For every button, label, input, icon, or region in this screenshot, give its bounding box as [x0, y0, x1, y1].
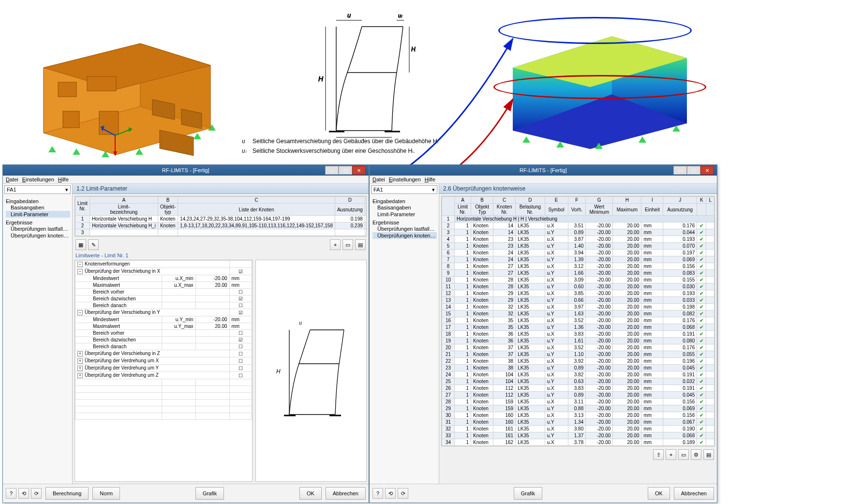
- tool-filter-icon[interactable]: ▤: [703, 449, 714, 460]
- nav-ueberpruefungen-knotenweise[interactable]: Überprüfungen knotenweise: [6, 232, 70, 239]
- table-row[interactable]: 141Knoten32LK35u.X3.97-20.0020.00mm0.198…: [442, 304, 714, 311]
- property-row[interactable]: Bereich danach☐: [75, 302, 252, 309]
- abbrechen-button[interactable]: Abbrechen: [326, 487, 366, 500]
- tool-pick-icon[interactable]: ⌖: [666, 449, 676, 460]
- table-row[interactable]: 51Knoten23LK35u.Y1.40-20.0020.00mm0.070✔: [442, 243, 714, 250]
- nav-basisangaben[interactable]: Basisangaben: [6, 204, 70, 211]
- table-row[interactable]: 281Knoten159LK35u.X3.11-20.0020.00mm0.15…: [442, 399, 714, 405]
- table-row[interactable]: 321Knoten161LK35u.X3.80-20.0020.00mm0.19…: [442, 426, 714, 432]
- property-row[interactable]: Bereich vorher☐: [75, 289, 252, 296]
- table-row[interactable]: 31Knoten14LK35u.Y0.89-20.0020.00mm0.044✔: [442, 229, 714, 236]
- abbrechen-button[interactable]: Abbrechen: [674, 487, 714, 500]
- norm-button[interactable]: Norm: [92, 487, 120, 500]
- property-group[interactable]: −Knotenverformungen: [75, 261, 252, 268]
- table-row[interactable]: 211Knoten37LK35u.Y1.10-20.0020.00mm0.055…: [442, 351, 714, 358]
- table-row[interactable]: 221Knoten38LK35u.X3.92-20.0020.00mm0.196…: [442, 358, 714, 365]
- maximize-button[interactable]: ▢: [339, 166, 352, 175]
- menu-hilfe[interactable]: Hilfe: [425, 177, 435, 182]
- table-row[interactable]: 71Knoten24LK35u.Y1.39-20.0020.00mm0.069✔: [442, 256, 714, 263]
- menu-einstellungen[interactable]: Einstellungen: [22, 177, 54, 182]
- nav-ueberpruefungen-lastfallweise[interactable]: Überprüfungen lastfallweise: [372, 225, 437, 232]
- tool-filter-icon[interactable]: ▤: [355, 239, 366, 250]
- table-row[interactable]: 91Knoten27LK35u.Y1.66-20.0020.00mm0.083✔: [442, 270, 714, 277]
- table-row[interactable]: 171Knoten35LK35u.Y1.36-20.0020.00mm0.068…: [442, 324, 714, 331]
- table-row[interactable]: 261Knoten112LK35u.X3.83-20.0020.00mm0.19…: [442, 385, 714, 392]
- table-row[interactable]: 161Knoten35LK35u.X3.52-20.0020.00mm0.176…: [442, 317, 714, 324]
- property-row[interactable]: Bereich vorher☐: [75, 330, 252, 337]
- ok-button[interactable]: OK: [299, 487, 322, 500]
- table-row[interactable]: 21Knoten14LK35u.X3.51-20.0020.00mm0.176✔: [442, 222, 714, 229]
- table-row[interactable]: 3: [75, 229, 367, 236]
- table-row[interactable]: 341Knoten162LK35u.X3.78-20.0020.00mm0.18…: [442, 439, 714, 446]
- property-row[interactable]: Bereich dazwischen☑: [75, 337, 252, 343]
- table-row[interactable]: 1Horizontale Verschiebung HKnoten14,23,2…: [75, 216, 367, 222]
- property-group[interactable]: +Überprüfung der Verschiebung in Z☐: [75, 350, 252, 357]
- case-combo[interactable]: FA1▾: [371, 185, 437, 194]
- table-row[interactable]: 311Knoten160LK35u.Y1.34-20.0020.00mm0.06…: [442, 419, 714, 426]
- table-row[interactable]: 241Knoten104LK35u.X3.82-20.0020.00mm0.19…: [442, 371, 714, 378]
- property-group[interactable]: −Überprüfung der Verschiebung in Y☑: [75, 309, 252, 316]
- property-row[interactable]: Bereich danach☐: [75, 343, 252, 350]
- nav-limit-parameter[interactable]: Limit-Parameter: [372, 211, 437, 218]
- table-row[interactable]: 231Knoten38LK35u.Y0.89-20.0020.00mm0.045…: [442, 365, 714, 371]
- close-button[interactable]: ✕: [700, 166, 714, 175]
- tool-pick-icon[interactable]: ⌖: [330, 239, 341, 250]
- prev-icon[interactable]: ⟲: [385, 488, 396, 499]
- property-group[interactable]: +Überprüfung der Verdrehung um Y☐: [75, 365, 252, 372]
- tool-export-icon[interactable]: ⇪: [653, 449, 664, 460]
- nav-limit-parameter[interactable]: Limit-Parameter: [6, 211, 70, 218]
- help-icon[interactable]: ?: [372, 488, 383, 499]
- case-combo[interactable]: FA1▾: [4, 185, 71, 194]
- grafik-button[interactable]: Grafik: [514, 487, 542, 500]
- property-group[interactable]: +Überprüfung der Verdrehung um Z☐: [75, 372, 252, 379]
- property-row[interactable]: Maximalwertu.X_max20.00mm: [75, 282, 252, 289]
- titlebar[interactable]: RF-LIMITS - [Fertig] — ▢ ✕: [3, 165, 369, 176]
- table-row[interactable]: 291Knoten159LK35u.Y0.88-20.0020.00mm0.06…: [442, 405, 714, 412]
- table-row[interactable]: 61Knoten24LK35u.X3.94-20.0020.00mm0.197✔: [442, 250, 714, 256]
- limit-parameter-grid[interactable]: LimitNr.ABCDELimit-bezeichnungObjekt-typ…: [74, 196, 367, 237]
- table-row[interactable]: 131Knoten29LK35u.Y0.66-20.0020.00mm0.033…: [442, 297, 714, 304]
- tool-edit-icon[interactable]: ✎: [88, 239, 99, 250]
- next-icon[interactable]: ⟳: [31, 488, 42, 499]
- table-row[interactable]: 251Knoten104LK35u.Y0.63-20.0020.00mm0.03…: [442, 378, 714, 385]
- next-icon[interactable]: ⟳: [398, 488, 408, 499]
- table-row[interactable]: 181Knoten36LK35u.X3.83-20.0020.00mm0.191…: [442, 331, 714, 338]
- property-row[interactable]: Mindestwertu.Y_min-20.00mm: [75, 316, 252, 323]
- menu-hilfe[interactable]: Hilfe: [58, 177, 69, 182]
- grafik-button[interactable]: Grafik: [195, 487, 224, 500]
- property-row[interactable]: Mindestwertu.X_min-20.00mm: [75, 275, 252, 282]
- tool-settings-icon[interactable]: ⚙: [691, 449, 701, 460]
- prev-icon[interactable]: ⟲: [18, 488, 29, 499]
- table-row[interactable]: 301Knoten160LK35u.X3.13-20.0020.00mm0.15…: [442, 412, 714, 419]
- ok-button[interactable]: OK: [648, 487, 670, 500]
- property-group[interactable]: +Überprüfung der Verdrehung um X☐: [75, 357, 252, 365]
- menu-einstellungen[interactable]: Einstellungen: [389, 177, 421, 182]
- close-button[interactable]: ✕: [352, 166, 366, 175]
- tool-new-icon[interactable]: ▦: [75, 239, 86, 250]
- berechnung-button[interactable]: Berechnung: [45, 487, 89, 500]
- tool-select-icon[interactable]: ▭: [342, 239, 353, 250]
- nav-ueberpruefungen-lastfallweise[interactable]: Überprüfungen lastfallweise: [6, 225, 70, 232]
- table-row[interactable]: 2Horizontale Verschiebung H_iKnoten1,8-1…: [75, 222, 367, 229]
- limitwerte-properties[interactable]: −Knotenverformungen−Überprüfung der Vers…: [74, 260, 253, 482]
- nav-ueberpruefungen-knotenweise[interactable]: Überprüfungen knotenweise: [372, 232, 437, 239]
- table-row[interactable]: 271Knoten112LK35u.Y0.89-20.0020.00mm0.04…: [442, 392, 714, 399]
- table-row[interactable]: 81Knoten27LK35u.X3.12-20.0020.00mm0.156✔: [442, 263, 714, 270]
- menu-datei[interactable]: Datei: [372, 177, 385, 182]
- help-icon[interactable]: ?: [6, 488, 16, 499]
- results-grid[interactable]: ABCDEFGHIJKLLimitNr.ObjektTypKnotenNr.Be…: [441, 196, 715, 446]
- nav-basisangaben[interactable]: Basisangaben: [372, 204, 437, 211]
- table-row[interactable]: 41Knoten23LK35u.X3.87-20.0020.00mm0.193✔: [442, 236, 714, 243]
- property-row[interactable]: Maximalwertu.Y_max20.00mm: [75, 323, 252, 330]
- minimize-button[interactable]: —: [673, 166, 687, 175]
- menu-datei[interactable]: Datei: [6, 177, 18, 182]
- maximize-button[interactable]: ▢: [687, 166, 700, 175]
- table-row[interactable]: 201Knoten37LK35u.X3.52-20.0020.00mm0.176…: [442, 344, 714, 351]
- table-row[interactable]: 151Knoten32LK35u.Y1.63-20.0020.00mm0.082…: [442, 311, 714, 317]
- property-group[interactable]: −Überprüfung der Verschiebung in X☑: [75, 268, 252, 275]
- table-row[interactable]: 191Knoten36LK35u.Y1.61-20.0020.00mm0.080…: [442, 338, 714, 344]
- titlebar[interactable]: RF-LIMITS - [Fertig] — ▢ ✕: [370, 165, 717, 176]
- property-row[interactable]: Bereich dazwischen☑: [75, 296, 252, 302]
- table-row[interactable]: 331Knoten161LK35u.Y1.37-20.0020.00mm0.06…: [442, 432, 714, 439]
- tool-select-icon[interactable]: ▭: [678, 449, 689, 460]
